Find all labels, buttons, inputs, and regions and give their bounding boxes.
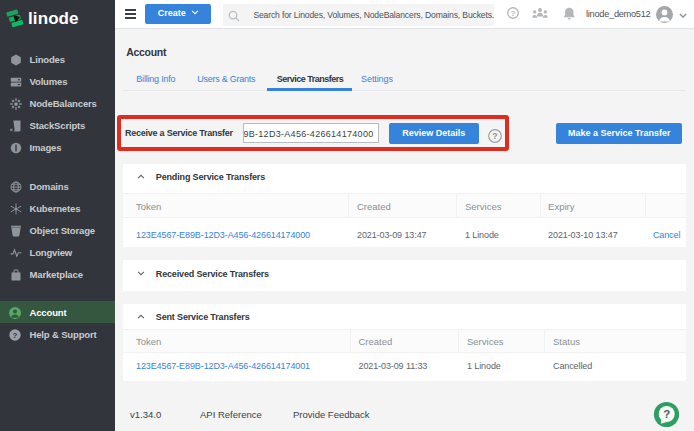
svg-text:?: ? xyxy=(13,331,18,340)
svg-text:?: ? xyxy=(663,408,670,420)
svg-text:?: ? xyxy=(511,9,516,18)
